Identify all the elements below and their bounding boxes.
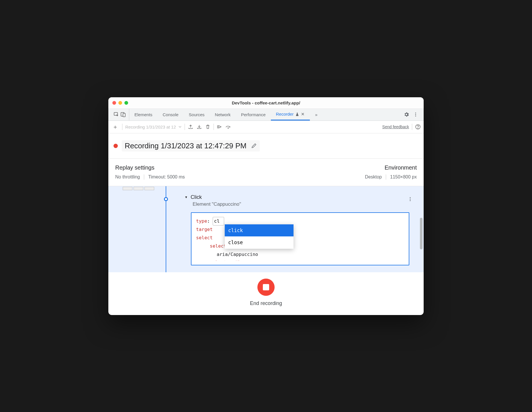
devtools-window: DevTools - coffee-cart.netlify.app/ Elem… bbox=[108, 97, 424, 315]
tab-network[interactable]: Network bbox=[210, 109, 236, 121]
collapse-icon: ▼ bbox=[185, 195, 188, 199]
environment-group: Environment Desktop 1150×800 px bbox=[365, 164, 417, 180]
thumb-2[interactable] bbox=[134, 187, 143, 190]
replay-settings-title: Replay settings bbox=[115, 164, 185, 171]
import-icon[interactable] bbox=[196, 124, 202, 130]
tab-overflow[interactable]: » bbox=[310, 109, 322, 121]
help-icon[interactable] bbox=[415, 124, 421, 130]
tab-elements[interactable]: Elements bbox=[129, 109, 158, 121]
titlebar: DevTools - coffee-cart.netlify.app/ bbox=[108, 97, 424, 109]
svg-point-9 bbox=[410, 197, 411, 198]
thumb-3[interactable] bbox=[144, 187, 154, 190]
tab-bar: Elements Console Sources Network Perform… bbox=[108, 109, 424, 121]
target-key: target bbox=[196, 227, 213, 232]
send-feedback-link[interactable]: Send feedback bbox=[382, 125, 409, 129]
svg-point-6 bbox=[228, 128, 229, 129]
scrollbar-thumb[interactable] bbox=[420, 218, 423, 249]
traffic-lights bbox=[112, 101, 128, 105]
steps-panel: ▼ Click Element "Cappuccino" type: targe… bbox=[108, 186, 424, 272]
timeline-dot bbox=[164, 197, 168, 201]
maximize-window-icon[interactable] bbox=[124, 101, 128, 105]
edit-title-icon[interactable] bbox=[251, 143, 257, 149]
step-name: Click bbox=[191, 194, 202, 200]
autocomplete-option-click[interactable]: click bbox=[225, 224, 294, 237]
svg-point-5 bbox=[415, 116, 416, 116]
svg-point-10 bbox=[410, 199, 411, 199]
export-icon[interactable] bbox=[188, 124, 193, 130]
screenshot-thumbnails bbox=[123, 187, 154, 190]
tab-recorder[interactable]: Recorder ✕ bbox=[271, 109, 310, 121]
step-code-editor[interactable]: type: target select selector #1: aria/Ca… bbox=[191, 212, 409, 266]
new-recording-button[interactable]: ＋ bbox=[111, 122, 119, 132]
recording-select[interactable]: Recording 1/31/2023 at 12 bbox=[125, 125, 182, 129]
footer: End recording bbox=[108, 272, 424, 315]
step-header[interactable]: ▼ Click bbox=[177, 194, 420, 200]
type-input[interactable] bbox=[214, 218, 223, 224]
recording-heading-row: Recording 1/31/2023 at 12:47:29 PM bbox=[108, 133, 424, 159]
type-key: type bbox=[196, 218, 207, 224]
close-window-icon[interactable] bbox=[112, 101, 116, 105]
environment-title: Environment bbox=[365, 164, 417, 171]
tab-performance[interactable]: Performance bbox=[236, 109, 271, 121]
stop-icon bbox=[263, 284, 269, 290]
end-recording-label: End recording bbox=[108, 300, 424, 306]
recording-indicator-icon bbox=[114, 144, 118, 148]
timeout-value[interactable]: Timeout: 5000 ms bbox=[148, 174, 185, 180]
replay-settings-group: Replay settings No throttling Timeout: 5… bbox=[115, 164, 185, 180]
svg-point-3 bbox=[415, 112, 416, 113]
step-more-icon[interactable] bbox=[408, 197, 413, 202]
autocomplete-option-close[interactable]: close bbox=[225, 236, 294, 249]
chevron-down-icon bbox=[178, 125, 182, 129]
recording-title: Recording 1/31/2023 at 12:47:29 PM bbox=[122, 140, 260, 151]
settings-icon[interactable] bbox=[404, 112, 409, 117]
selectors-key: select bbox=[196, 235, 213, 240]
tab-sources[interactable]: Sources bbox=[184, 109, 210, 121]
throttling-value[interactable]: No throttling bbox=[115, 174, 140, 180]
svg-point-11 bbox=[410, 200, 411, 201]
step-over-icon[interactable] bbox=[225, 124, 231, 130]
close-tab-icon[interactable]: ✕ bbox=[301, 112, 305, 117]
device-value[interactable]: Desktop bbox=[365, 174, 382, 180]
flask-icon bbox=[295, 112, 299, 116]
svg-rect-2 bbox=[123, 113, 125, 117]
delete-icon[interactable] bbox=[205, 124, 211, 130]
end-recording-button[interactable] bbox=[257, 279, 275, 296]
replay-icon[interactable] bbox=[217, 124, 222, 130]
settings-row: Replay settings No throttling Timeout: 5… bbox=[108, 159, 424, 186]
viewport-value[interactable]: 1150×800 px bbox=[390, 174, 417, 180]
inspect-icon[interactable] bbox=[114, 112, 119, 117]
recorder-toolbar: ＋ Recording 1/31/2023 at 12 Send feedbac… bbox=[108, 121, 424, 133]
more-menu-icon[interactable] bbox=[413, 112, 418, 117]
selector1-value: aria/Cappuccino bbox=[196, 250, 404, 259]
thumb-1[interactable] bbox=[123, 187, 132, 190]
step-card: ▼ Click Element "Cappuccino" type: targe… bbox=[177, 186, 420, 266]
svg-point-4 bbox=[415, 114, 416, 115]
device-toggle-icon[interactable] bbox=[120, 112, 126, 117]
autocomplete-popup: click close bbox=[225, 224, 294, 249]
tab-console[interactable]: Console bbox=[158, 109, 184, 121]
step-subtitle: Element "Cappuccino" bbox=[177, 201, 420, 207]
window-title: DevTools - coffee-cart.netlify.app/ bbox=[108, 100, 424, 105]
svg-point-8 bbox=[418, 128, 418, 129]
minimize-window-icon[interactable] bbox=[118, 101, 122, 105]
